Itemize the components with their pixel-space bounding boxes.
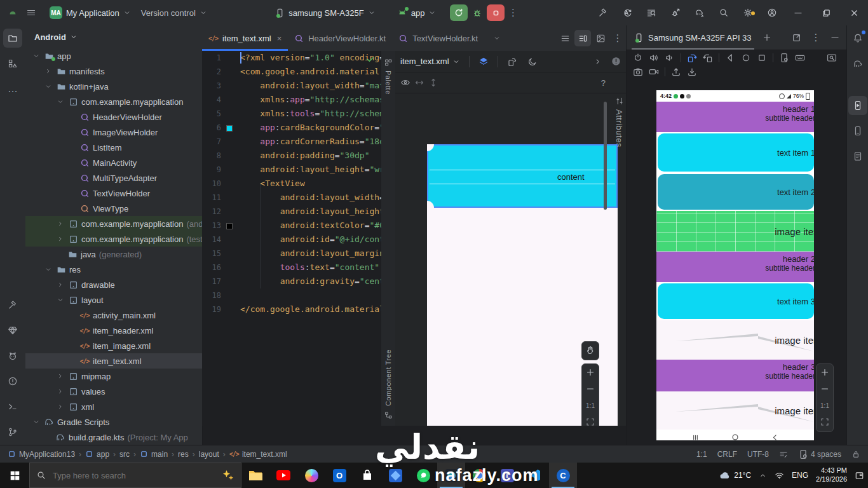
rerun-button[interactable] [450, 4, 468, 21]
tab-TextViewHolder.kt[interactable]: TextViewHolder.kt [392, 25, 484, 51]
help-button[interactable]: ? [601, 78, 606, 88]
tree-item[interactable]: kotlin+java [25, 79, 202, 94]
tree-item[interactable]: com.example.myapplication [25, 94, 202, 109]
design-surface-selector[interactable] [478, 57, 489, 67]
panel-options-button[interactable]: ⋮ [809, 32, 823, 43]
breadcrumb-item[interactable]: src [119, 450, 130, 459]
chevron-right-icon[interactable] [56, 235, 65, 243]
device-selector[interactable]: samsung SM-A325F [270, 6, 381, 20]
list-item-header[interactable]: header 3subtitle header 3 [656, 360, 814, 391]
tree-item[interactable]: build.gradle.kts (Project: My App [25, 430, 202, 445]
code-line[interactable]: 16 tools:text="content" [202, 261, 381, 274]
rotate-left-button[interactable] [687, 53, 697, 63]
structure-tool-button[interactable] [3, 54, 22, 73]
night-mode-button[interactable] [527, 57, 538, 67]
chevron-right-icon[interactable] [56, 220, 65, 227]
view-options-button[interactable] [400, 78, 410, 88]
code-line[interactable]: 12 android:layout_height="wrap_content" [202, 205, 381, 219]
issue-badge[interactable] [611, 57, 621, 66]
search-input[interactable] [51, 470, 181, 481]
horizontal-arrow-icon[interactable] [414, 78, 424, 88]
project-view-title[interactable]: Android [34, 32, 66, 42]
volume-down-button[interactable] [665, 53, 675, 63]
vertical-arrow-icon[interactable] [428, 78, 438, 88]
toolbar-overflow-chevron[interactable] [593, 57, 602, 66]
tree-item[interactable]: com.example.myapplication (androidTest) [25, 216, 202, 231]
zoom-in-button[interactable] [817, 364, 833, 381]
search-everywhere-button[interactable] [712, 8, 736, 18]
inspection-ok-icon[interactable] [366, 55, 375, 65]
chevron-down-icon[interactable] [44, 266, 53, 273]
list-item-header[interactable]: header 2subtitle header 2 [656, 252, 814, 282]
code-line[interactable]: 10 <TextView [202, 177, 381, 191]
vcs-menu[interactable]: Version control [136, 6, 212, 20]
tree-item[interactable]: ImageViewHolder [25, 125, 202, 140]
readonly-lock-icon[interactable] [851, 450, 860, 459]
breadcrumb-item[interactable]: app [85, 450, 109, 459]
tree-item[interactable]: app [25, 48, 202, 64]
apply-changes-button[interactable] [615, 8, 639, 18]
pan-button[interactable] [581, 341, 599, 360]
tree-item[interactable]: Gradle Scripts [25, 414, 202, 430]
zoom-fit-button[interactable] [582, 414, 599, 426]
terminal-tool-button[interactable] [3, 397, 22, 416]
clock-widget[interactable]: 4:43 PM2/19/2026 [816, 466, 847, 484]
list-item-image[interactable]: image item 1 [656, 211, 814, 252]
zoom-fit-button[interactable] [817, 414, 833, 430]
taskbar-app-c-app[interactable]: C [549, 463, 577, 488]
volume-up-button[interactable] [649, 53, 659, 63]
editor-more-button[interactable]: ⋮ [609, 32, 626, 44]
action-center-button[interactable] [855, 471, 864, 480]
tray-overflow-button[interactable] [759, 471, 767, 480]
palette-tab[interactable]: Palette [384, 71, 392, 95]
zoom-out-button[interactable] [582, 381, 599, 397]
selected-card-view[interactable]: content [427, 144, 618, 208]
code-line[interactable]: 9 android:layout_height="wrap_content"> [202, 163, 381, 177]
list-item-text[interactable]: text item 1 [658, 133, 814, 172]
code-line[interactable]: 5 xmlns:tools="http://schemas.android.co… [202, 107, 381, 121]
breadcrumb-item[interactable]: layout [199, 450, 219, 459]
design-vscrollbar[interactable] [604, 102, 607, 210]
project-tool-button[interactable] [3, 29, 22, 48]
line-separator-widget[interactable]: CRLF [717, 450, 737, 459]
screen-search-button[interactable] [827, 53, 837, 63]
stop-button[interactable] [487, 4, 505, 21]
textview-content-label[interactable]: content [557, 172, 585, 182]
chevron-right-icon[interactable] [56, 403, 65, 410]
zoom-1to1-button[interactable]: 1:1 [817, 397, 833, 414]
running-devices-tool-button[interactable] [848, 96, 867, 115]
keyboard-input-button[interactable] [795, 53, 805, 63]
taskbar-app-youtube[interactable] [269, 463, 297, 488]
chevron-right-icon[interactable] [56, 281, 65, 288]
account-button[interactable] [760, 8, 784, 18]
device-tab[interactable]: Samsung SM-A325F API 33 [632, 25, 754, 50]
more-run-options-button[interactable]: ⋮ [505, 7, 521, 18]
gradle-sync-button[interactable] [688, 8, 712, 18]
push-file-button[interactable] [671, 67, 681, 77]
open-in-window-button[interactable] [789, 33, 804, 43]
taskbar-app-copilot[interactable] [297, 463, 325, 488]
tree-item[interactable]: ListItem [25, 140, 202, 155]
code-view-button[interactable] [557, 30, 573, 46]
color-swatch[interactable] [226, 223, 233, 229]
code-line[interactable]: 11 android:layout_width="match_parent" [202, 191, 381, 205]
tree-item[interactable]: com.example.myapplication (test) [25, 231, 202, 247]
settings-button[interactable] [736, 8, 760, 18]
breadcrumb-item[interactable]: </>item_text.xml [229, 450, 287, 459]
new-device-tab-button[interactable] [759, 32, 775, 43]
zoom-in-button[interactable] [582, 364, 599, 381]
code-line[interactable]: 6 app:cardBackgroundColor="#00D9F3" [202, 121, 381, 135]
rotate-right-button[interactable] [703, 53, 713, 63]
tree-item[interactable]: java (generated) [25, 247, 202, 262]
tree-item[interactable]: drawable [25, 277, 202, 292]
android-home-button[interactable] [741, 53, 751, 63]
screen-record-button[interactable] [649, 67, 659, 77]
tree-item[interactable]: </>item_header.xml [25, 323, 202, 338]
tree-item[interactable]: HeaderViewHolder [25, 109, 202, 125]
hidden-tabs-button[interactable] [489, 34, 505, 42]
list-item-text[interactable]: text item 2 [658, 174, 814, 210]
zoom-1to1-button[interactable]: 1:1 [582, 397, 599, 414]
device-explorer-tool-button[interactable] [848, 147, 867, 166]
tab-HeaderViewHolder.kt[interactable]: HeaderViewHolder.kt [288, 25, 392, 51]
window-close-button[interactable] [840, 0, 868, 25]
